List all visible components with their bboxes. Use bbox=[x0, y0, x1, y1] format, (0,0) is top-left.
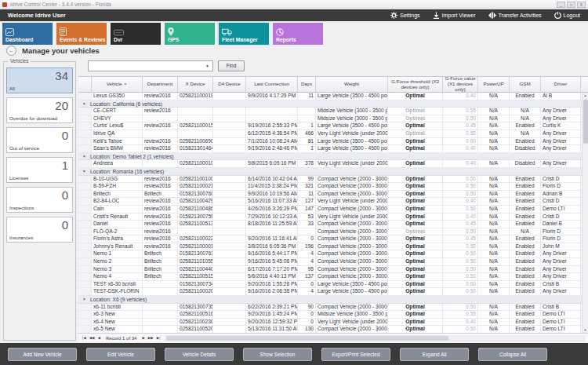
last-record-button[interactable]: ▶| bbox=[155, 334, 162, 342]
table-row[interactable]: TEST x6-30 bcristi 015821300734 9/20/201… bbox=[78, 281, 582, 289]
row-selector[interactable] bbox=[78, 198, 92, 205]
column-header-gforce-threshold[interactable]: G-Force threshold (X2 devices only) bbox=[388, 77, 443, 92]
prev-record-button[interactable]: ◀ bbox=[96, 334, 102, 342]
row-selector[interactable] bbox=[78, 115, 92, 122]
row-selector[interactable] bbox=[78, 326, 92, 333]
table-row[interactable]: TEST-DSK-FLORIN 025821100020 9/16/2016 2… bbox=[78, 288, 582, 296]
column-header-days[interactable]: Days bbox=[298, 77, 316, 92]
logout-button[interactable]: Logout bbox=[554, 12, 580, 19]
scrollbar-thumb[interactable] bbox=[583, 100, 588, 144]
first-record-button[interactable]: |◀ bbox=[81, 334, 88, 342]
show-selection-button[interactable]: Show Selection bbox=[243, 348, 312, 361]
row-selector[interactable] bbox=[78, 93, 92, 100]
tab-dashboard[interactable]: Dashboard bbox=[2, 23, 53, 45]
table-row[interactable]: CHEVY Midsize Vehicle (3000 - 3500 pound… bbox=[78, 115, 582, 123]
vertical-scrollbar[interactable]: ▲ ▼ bbox=[582, 93, 588, 334]
row-selector[interactable] bbox=[78, 288, 92, 295]
column-header-gforce-value[interactable]: G-Force value (X1 devices only) bbox=[443, 77, 478, 92]
table-row[interactable]: Florin's Astra review2016 025821100022 9… bbox=[78, 235, 582, 243]
collapse-all-button[interactable]: Collapse All bbox=[478, 348, 547, 361]
export-print-selected-button[interactable]: Export/Print Selected bbox=[321, 348, 390, 361]
import-viewer-button[interactable]: Import Viewer bbox=[433, 12, 476, 19]
row-selector[interactable] bbox=[78, 160, 92, 167]
row-selector[interactable] bbox=[78, 311, 92, 318]
table-row[interactable]: FLO-QA-2 review2016 Compact Vehicle (200… bbox=[78, 228, 582, 236]
row-selector[interactable] bbox=[78, 319, 92, 326]
filter-card-inspections[interactable]: 0 Inspections bbox=[6, 187, 73, 213]
row-selector[interactable] bbox=[78, 228, 92, 235]
row-selector[interactable] bbox=[78, 235, 92, 243]
maximize-button[interactable]: □ bbox=[567, 2, 575, 8]
row-selector[interactable] bbox=[78, 145, 92, 152]
row-selector[interactable] bbox=[78, 273, 92, 280]
filter-card-overdue[interactable]: 20 Overdue for download bbox=[6, 97, 73, 123]
collapse-triangle-icon[interactable]: Location: Demo Tablet 2 (1 vehicles) bbox=[78, 153, 174, 160]
table-row[interactable]: Daniel review2016 025821100513 8/18/2016… bbox=[78, 221, 582, 228]
vehicle-details-button[interactable]: Vehicle Details bbox=[165, 348, 234, 361]
column-header-vehicle[interactable]: Vehicle▲ bbox=[92, 77, 143, 92]
table-row[interactable]: Nemo 2 Briltech 025821101055 9/16/2016 5… bbox=[78, 258, 582, 266]
row-selector[interactable] bbox=[78, 108, 92, 115]
column-header-gsm[interactable]: GSM bbox=[510, 77, 541, 92]
group-row[interactable]: Location: Demo Tablet 2 (1 vehicles) bbox=[78, 153, 582, 161]
table-row[interactable]: Kelli's Tahoe review2016 025821100690 7/… bbox=[78, 138, 582, 146]
collapse-triangle-icon[interactable]: Location: Romania (16 vehicles) bbox=[78, 168, 164, 175]
table-row[interactable]: Cain review2016 025821100486 4/26/2016 3… bbox=[78, 206, 582, 214]
prev-page-button[interactable]: ◀◀ bbox=[88, 334, 96, 342]
find-button[interactable]: Find bbox=[218, 60, 245, 71]
collapse-triangle-icon[interactable]: Location: California (6 vehicles) bbox=[78, 100, 162, 108]
row-selector[interactable] bbox=[78, 243, 92, 250]
table-row[interactable]: Nemo 1 Briltech 015821300761 9/16/2016 5… bbox=[78, 250, 582, 258]
table-row[interactable]: B2-84-LOC review2016 025821100429 5/16/2… bbox=[78, 198, 582, 206]
row-selector[interactable] bbox=[78, 266, 92, 273]
row-selector[interactable] bbox=[78, 221, 92, 228]
group-row[interactable]: Location: California (6 vehicles) bbox=[78, 100, 582, 108]
tab-fleet-manager[interactable]: Fleet Manager bbox=[219, 23, 269, 45]
back-button[interactable]: ← bbox=[6, 46, 16, 56]
table-row[interactable]: Nemo 4 Briltech 025821100515 5/6/2016 4:… bbox=[78, 273, 582, 281]
table-row[interactable]: CE-CERT review2016 Midsize Vehicle (3000… bbox=[78, 108, 582, 115]
column-header-driver[interactable]: Driver bbox=[541, 77, 581, 92]
table-row[interactable]: Curtis' Lexu$ review2016 025821100015 9/… bbox=[78, 122, 582, 130]
hscrollbar-thumb[interactable] bbox=[166, 336, 448, 341]
group-row[interactable]: Location: Romania (16 vehicles) bbox=[78, 168, 582, 176]
next-page-button[interactable]: ▶▶ bbox=[147, 334, 155, 342]
row-selector[interactable] bbox=[78, 214, 92, 221]
horizontal-scrollbar[interactable] bbox=[165, 335, 585, 341]
row-selector[interactable] bbox=[78, 191, 92, 198]
row-selector[interactable] bbox=[78, 130, 92, 137]
scroll-up-icon[interactable]: ▲ bbox=[583, 93, 588, 99]
tab-events-reviews[interactable]: Events & Reviews bbox=[56, 23, 107, 45]
table-row[interactable]: Nemo 3 Briltech 025821100440 6/17/2016 7… bbox=[78, 266, 582, 274]
table-row[interactable]: Idrive QA 6/12/2015 4:38:54 PM 466 Very … bbox=[78, 130, 582, 138]
tab-reports[interactable]: Reports bbox=[273, 23, 323, 45]
edit-vehicle-button[interactable]: Edit Vehicle bbox=[86, 348, 155, 361]
add-new-vehicle-button[interactable]: Add New Vehicle bbox=[8, 348, 77, 361]
table-row[interactable]: Sean's BMW review2016 015821301464 9/19/… bbox=[78, 145, 582, 153]
table-row[interactable]: B-10-UGG review2016 025821100100 6/14/20… bbox=[78, 176, 582, 184]
row-selector[interactable] bbox=[78, 304, 92, 311]
table-row[interactable]: B-59-FZH review2016 025821100021 11/4/20… bbox=[78, 183, 582, 191]
filter-card-all[interactable]: 34 All bbox=[6, 68, 73, 93]
close-button[interactable]: X bbox=[577, 2, 586, 8]
minimize-button[interactable]: _ bbox=[557, 2, 565, 8]
collapse-triangle-icon[interactable]: Location: X6 (9 vehicles) bbox=[78, 296, 147, 303]
column-header-weight[interactable]: Weight bbox=[316, 77, 388, 92]
filter-card-insurances[interactable]: 0 Insurances bbox=[6, 217, 73, 243]
transfer-activities-button[interactable]: Transfer Activities bbox=[488, 12, 542, 19]
row-selector[interactable] bbox=[78, 183, 92, 190]
expand-all-button[interactable]: Expand All bbox=[400, 348, 469, 361]
tab-dvr[interactable]: Dvr bbox=[111, 23, 161, 45]
row-selector[interactable] bbox=[78, 122, 92, 130]
row-selector[interactable] bbox=[78, 250, 92, 257]
filter-card-licenses[interactable]: 1 Licenses bbox=[6, 157, 73, 183]
table-row[interactable]: Andreea 025821100010 9/8/2015 6:09:16 PM… bbox=[78, 160, 582, 168]
table-row[interactable]: x6-4 New 025821100230 9/20/2016 12:59:32… bbox=[78, 319, 582, 327]
table-row[interactable]: Cristi's Renault review2016 015821300759… bbox=[78, 214, 582, 221]
row-selector[interactable] bbox=[78, 281, 92, 288]
column-header-last-connection[interactable]: Last Connection bbox=[246, 77, 298, 92]
table-row[interactable]: Briltech Briltech 015821300760 9/9/2016 … bbox=[78, 191, 582, 199]
column-header-powerup[interactable]: PowerUP bbox=[478, 77, 510, 92]
search-input[interactable]: ▼ bbox=[88, 60, 213, 71]
column-header-d4-device[interactable]: D4 Device bbox=[213, 77, 246, 92]
